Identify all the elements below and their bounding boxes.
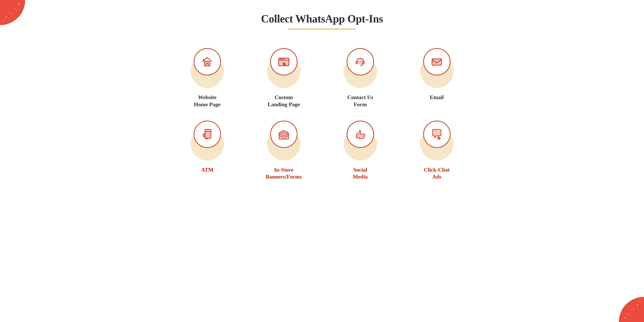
icon-circle-atm (194, 121, 221, 148)
cards-grid: WebsiteHome Page (175, 46, 469, 180)
icon-circle-social (347, 121, 374, 148)
card-label-contact: Contact UsForm (347, 94, 373, 108)
svg-point-14 (629, 313, 630, 314)
svg-point-17 (635, 305, 636, 306)
main-title: Collect WhatsApp Opt-Ins (261, 12, 383, 25)
svg-point-15 (624, 317, 626, 319)
svg-point-12 (637, 305, 638, 306)
card-label-landing: CustomLanding Page (268, 94, 300, 108)
card-label-email: Email (430, 94, 444, 101)
svg-point-8 (16, 10, 18, 11)
svg-point-4 (18, 3, 20, 5)
icon-circle-website (194, 48, 221, 75)
headset-icon (354, 55, 367, 69)
card-contact-us-form: Contact UsForm (328, 46, 392, 108)
svg-point-18 (631, 309, 632, 310)
svg-rect-31 (432, 59, 442, 65)
svg-rect-30 (360, 65, 362, 66)
svg-point-5 (4, 20, 5, 21)
store-icon (277, 127, 290, 141)
card-label-chat: Click-ChatAds (424, 166, 450, 181)
atm-icon (200, 127, 214, 141)
svg-point-13 (633, 309, 634, 310)
card-custom-landing-page: CustomLanding Page (252, 46, 316, 108)
icon-circle-contact (347, 48, 374, 75)
svg-point-16 (639, 301, 640, 302)
title-underline (288, 29, 356, 29)
icon-blob-atm (186, 119, 228, 160)
icon-blob-landing (263, 46, 305, 88)
svg-point-9 (20, 6, 22, 7)
svg-point-10 (2, 23, 2, 23)
icon-blob-social (340, 119, 381, 160)
icon-blob-contact (340, 46, 381, 88)
card-social-media: SocialMedia (328, 119, 392, 181)
svg-point-7 (12, 14, 13, 15)
svg-point-19 (626, 313, 628, 314)
svg-point-25 (282, 58, 282, 59)
icon-circle-store (270, 121, 298, 148)
house-icon (200, 55, 214, 69)
icon-circle-landing (270, 48, 298, 75)
chat-cursor-icon (430, 127, 444, 141)
icon-blob-chat (416, 119, 458, 160)
browser-icon (277, 55, 290, 69)
card-label-store: In-StoreBanners/Forms (266, 166, 302, 181)
card-label-social: SocialMedia (353, 166, 368, 181)
title-section: Collect WhatsApp Opt-Ins (261, 12, 383, 29)
card-click-chat-ads: Click-ChatAds (405, 119, 469, 181)
icon-circle-email (423, 48, 450, 75)
icon-blob-store (263, 119, 305, 160)
card-email: Email (405, 46, 469, 108)
svg-point-6 (8, 18, 9, 19)
corner-bottom-right-decoration (617, 295, 644, 322)
svg-rect-28 (356, 61, 358, 64)
thumbs-up-icon (354, 127, 367, 141)
icon-blob-email (416, 46, 458, 88)
card-atm: ATM (175, 119, 239, 181)
card-in-store: In-StoreBanners/Forms (252, 119, 316, 181)
svg-point-3 (14, 8, 15, 9)
icon-blob-website (186, 46, 228, 88)
icon-circle-chat (423, 121, 450, 148)
page-wrapper: Collect WhatsApp Opt-Ins WebsiteHome Pag… (0, 0, 644, 322)
svg-point-2 (10, 12, 11, 13)
card-website-home-page: WebsiteHome Page (175, 46, 239, 108)
svg-point-24 (280, 58, 281, 59)
card-label-atm: ATM (201, 166, 214, 173)
card-label-website: WebsiteHome Page (194, 94, 220, 108)
email-icon (430, 55, 444, 69)
svg-rect-32 (205, 129, 211, 138)
corner-top-left-decoration (0, 0, 27, 27)
svg-point-26 (283, 58, 284, 59)
svg-point-1 (6, 16, 7, 17)
